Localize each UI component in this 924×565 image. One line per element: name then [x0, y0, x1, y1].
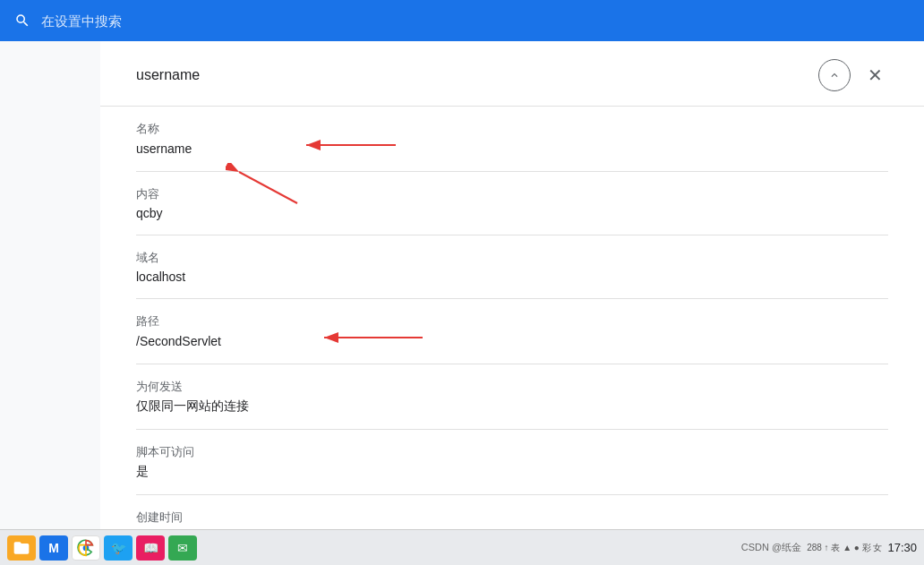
top-search-bar [0, 0, 924, 41]
taskbar-left: M 🐦 📖 ✉ [7, 535, 197, 561]
taskbar-file-manager[interactable] [7, 535, 36, 561]
taskbar-twitter[interactable]: 🐦 [104, 535, 133, 561]
cookie-detail-section: 名称 username 内容 qcby [100, 107, 924, 529]
taskbar-chrome[interactable] [72, 535, 100, 561]
taskbar-browser[interactable]: M [39, 535, 68, 561]
value-script: 是 [136, 464, 888, 480]
value-name: username [136, 141, 192, 156]
taskbar-app5[interactable]: 📖 [136, 535, 165, 561]
taskbar-email[interactable]: ✉ [168, 535, 197, 561]
close-button[interactable]: ✕ [861, 62, 888, 89]
detail-row-created: 创建时间 2021年12月15日星期三 下午5:08:11 [136, 495, 888, 529]
value-domain: localhost [136, 270, 888, 284]
value-content: qcby [136, 206, 888, 220]
value-why: 仅限同一网站的连接 [136, 398, 888, 415]
main-content: username ✕ 名称 username [100, 41, 924, 529]
result-controls: ✕ [818, 59, 888, 91]
taskbar-label: CSDN @纸金 [741, 541, 801, 554]
sidebar [0, 41, 100, 529]
arrow-content [226, 163, 306, 208]
search-input[interactable] [41, 13, 399, 29]
taskbar-sys-icons: 288 ↑ 表 ▲ ● 彩 女 [807, 542, 882, 554]
taskbar-time: 17:30 [887, 541, 917, 554]
arrow-name [297, 132, 405, 158]
label-path: 路径 [136, 313, 888, 330]
label-script: 脚本可访问 [136, 444, 888, 460]
detail-row-why: 为何发送 仅限同一网站的连接 [136, 364, 888, 430]
detail-row-script: 脚本可访问 是 [136, 430, 888, 495]
label-created: 创建时间 [136, 509, 888, 526]
label-domain: 域名 [136, 250, 888, 266]
svg-line-3 [239, 172, 297, 203]
result-title: username [136, 67, 200, 83]
detail-row-content: 内容 qcby [136, 172, 888, 235]
taskbar-right: CSDN @纸金 288 ↑ 表 ▲ ● 彩 女 17:30 [741, 541, 917, 554]
result-header: username ✕ [100, 41, 924, 107]
label-name: 名称 [136, 121, 888, 137]
value-path: /SecondServlet [136, 334, 221, 348]
detail-row-domain: 域名 localhost [136, 235, 888, 299]
label-why: 为何发送 [136, 379, 888, 395]
detail-row-path: 路径 /SecondServlet [136, 299, 888, 364]
arrow-path [315, 324, 432, 351]
taskbar: M 🐦 📖 ✉ CSDN @纸金 288 ↑ 表 ▲ ● 彩 女 17:30 [0, 529, 924, 565]
nav-up-button[interactable] [818, 59, 851, 91]
search-icon [14, 13, 30, 29]
